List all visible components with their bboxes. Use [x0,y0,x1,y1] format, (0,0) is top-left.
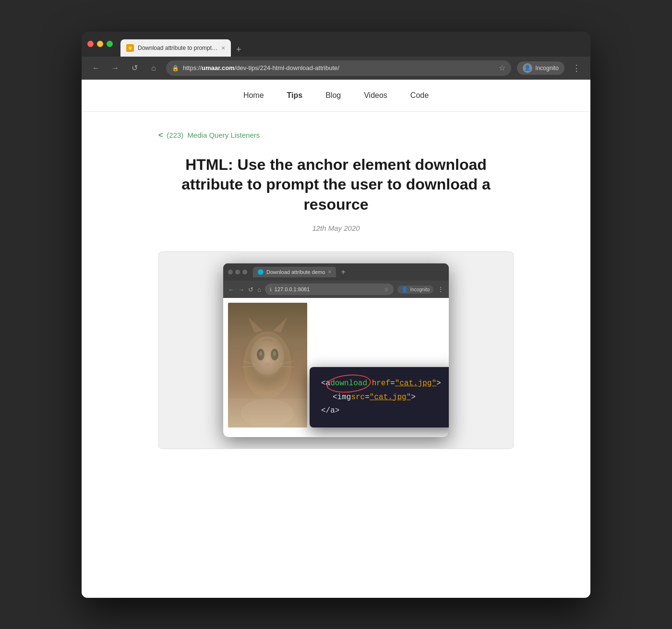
tab-close-button[interactable]: × [221,44,225,52]
forward-button[interactable]: → [108,61,122,75]
svg-point-7 [264,362,270,366]
traffic-lights [87,41,113,47]
article-date: 12th May 2020 [158,224,514,232]
url-text: https://umaar.com/dev-tips/224-html-down… [183,64,339,71]
demo-incognito-label: Incognito [410,287,430,292]
demo-incognito-area: 👤 Incognito [397,285,433,294]
code-line-3: </a> [321,404,447,418]
demo-titlebar: Download attribute demo × + [223,263,449,281]
download-attribute-highlight: download [330,377,367,391]
home-button[interactable]: ⌂ [147,61,160,75]
demo-address-box: ℹ 127.0.0.1:8081 ☆ [265,284,394,295]
demo-container: Download attribute demo × + ← → ↺ ⌂ ℹ [158,251,514,449]
download-keyword: download [330,379,367,388]
addressbar: ← → ↺ ⌂ 🔒 https://umaar.com/dev-tips/224… [82,57,590,80]
nav-home[interactable]: Home [243,91,264,100]
reload-button[interactable]: ↺ [128,61,141,75]
site-navigation: Home Tips Blog Videos Code [82,80,590,112]
incognito-area: 👤 Incognito [517,61,564,75]
svg-point-5 [259,351,262,356]
demo-forward-icon: → [238,286,244,293]
main-content: < (223) Media Query Listeners HTML: Use … [149,112,523,469]
nav-code[interactable]: Code [410,91,429,100]
address-bar-input[interactable]: 🔒 https://umaar.com/dev-tips/224-html-do… [166,60,511,76]
demo-tab-title: Download attribute demo [266,269,325,275]
code-line-2: <img src = "cat.jpg" > [333,391,447,404]
tab-favicon: u [126,44,134,52]
demo-lock-icon: ℹ [270,287,272,292]
incognito-button[interactable]: 👤 Incognito [517,61,564,75]
demo-tab: Download attribute demo × [253,267,336,277]
demo-traffic-lights [228,270,247,274]
demo-home-icon: ⌂ [257,286,261,293]
code-img-close: > [411,391,416,404]
browser-menu-button[interactable]: ⋮ [570,61,583,75]
breadcrumb-number: (223) [167,131,183,139]
bookmark-star-icon[interactable]: ☆ [499,63,505,72]
new-tab-button[interactable]: + [232,43,245,57]
code-overlay: <a download href = "cat.jpg" > [310,367,449,427]
cat-detail-overlay [228,303,307,427]
back-button[interactable]: ← [89,61,103,75]
demo-new-tab-icon: + [341,268,345,276]
demo-url: 127.0.0.1:8081 [275,286,310,292]
mac-browser-window: u Download attribute to prompt… × + ← → … [82,32,590,598]
href-key: href [372,377,390,391]
demo-minimize-button [235,270,240,274]
code-equals: = [390,377,395,391]
lock-icon: 🔒 [172,65,179,71]
src-key: src [351,391,365,404]
breadcrumb: < (223) Media Query Listeners [158,131,514,140]
code-closing-tag: </a> [321,404,339,418]
breadcrumb-link[interactable]: Media Query Listeners [187,131,260,139]
nav-tips[interactable]: Tips [287,91,303,100]
demo-addressbar: ← → ↺ ⌂ ℹ 127.0.0.1:8081 ☆ 👤 Incognito [223,281,449,298]
cat-image [228,303,307,427]
incognito-avatar-icon: 👤 [523,63,532,73]
nav-videos[interactable]: Videos [364,91,387,100]
svg-point-2 [251,336,284,375]
maximize-button[interactable] [107,41,113,47]
close-button[interactable] [87,41,94,47]
incognito-label: Incognito [535,65,559,71]
nav-blog[interactable]: Blog [325,91,341,100]
minimize-button[interactable] [97,41,103,47]
active-tab[interactable]: u Download attribute to prompt… × [120,39,231,57]
svg-marker-13 [273,317,288,332]
href-value: "cat.jpg" [395,377,436,391]
svg-point-6 [273,351,276,356]
code-src-equals: = [365,391,370,404]
src-value: "cat.jpg" [370,391,411,404]
demo-reload-icon: ↺ [248,286,253,293]
tab-bar: u Download attribute to prompt… × + [120,32,585,57]
titlebar: u Download attribute to prompt… × + [82,32,590,57]
demo-star-icon: ☆ [384,286,389,293]
demo-browser-window: Download attribute demo × + ← → ↺ ⌂ ℹ [223,263,449,437]
demo-tab-favicon-icon [258,269,264,275]
demo-maximize-button [242,270,247,274]
demo-back-icon: ← [228,286,234,293]
tab-title: Download attribute to prompt… [138,45,217,51]
code-close-bracket: > [436,377,441,391]
demo-close-button [228,270,233,274]
demo-incognito-avatar-icon: 👤 [401,286,408,293]
code-line-1: <a download href = "cat.jpg" > [321,377,447,391]
article-title: HTML: Use the anchor element download at… [158,155,514,215]
demo-content-area: <a download href = "cat.jpg" > [223,298,449,437]
svg-marker-12 [248,317,263,332]
svg-point-15 [241,399,294,427]
browser-content: Home Tips Blog Videos Code < (223) Media… [82,80,590,598]
demo-menu-icon: ⋮ [437,285,444,293]
demo-tab-close-icon: × [328,269,331,275]
breadcrumb-arrow: < [158,131,163,140]
demo-content-wrapper: <a download href = "cat.jpg" > [223,298,449,437]
svg-point-0 [259,270,263,274]
